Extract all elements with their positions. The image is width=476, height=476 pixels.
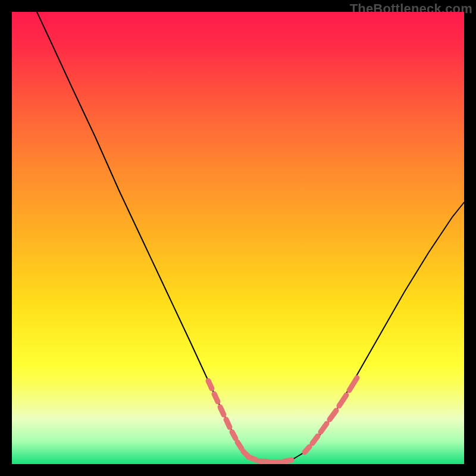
highlight-dash bbox=[214, 394, 218, 402]
gradient-background bbox=[12, 12, 464, 464]
highlight-dash bbox=[208, 381, 212, 389]
highlight-dash bbox=[232, 432, 236, 439]
highlight-dash bbox=[226, 419, 230, 427]
highlight-dash bbox=[220, 407, 224, 415]
highlight-dash bbox=[237, 442, 242, 449]
highlight-dash bbox=[283, 460, 292, 462]
highlight-dash bbox=[305, 447, 309, 452]
highlight-dash bbox=[249, 457, 256, 460]
highlight-dash bbox=[259, 461, 268, 462]
outer-frame: TheBottleneck.com bbox=[0, 0, 476, 476]
bottleneck-chart bbox=[12, 12, 464, 464]
plot-area bbox=[12, 12, 464, 464]
